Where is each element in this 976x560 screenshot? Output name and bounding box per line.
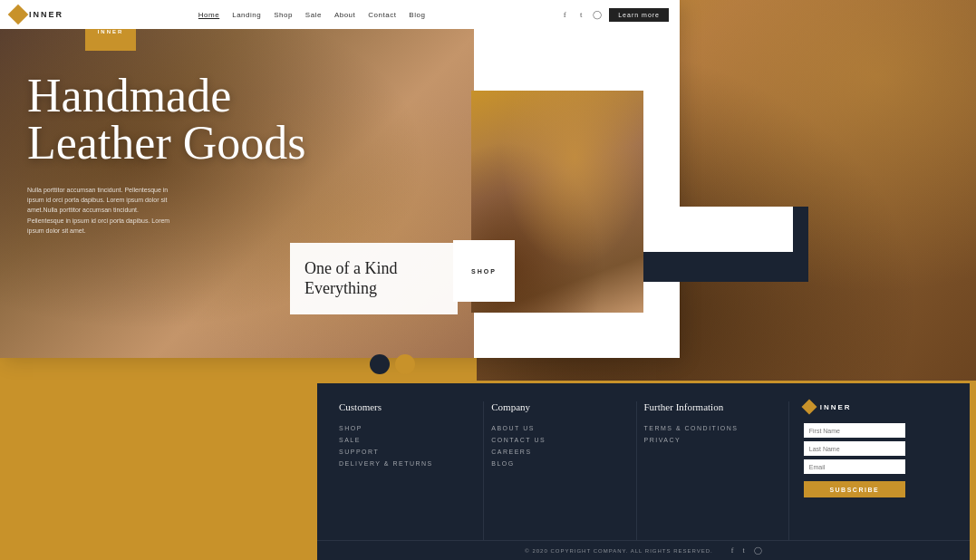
- email-input[interactable]: [804, 459, 905, 474]
- footer-customers-title: Customers: [339, 401, 469, 412]
- footer-further-title: Further Information: [644, 401, 774, 412]
- footer-link-terms[interactable]: Terms & Conditions: [644, 425, 774, 431]
- scroll-circles: [370, 354, 415, 374]
- footer-twitter-icon[interactable]: t: [742, 546, 744, 555]
- footer-brand-diamond-icon: [801, 400, 817, 415]
- footer-link-support[interactable]: Support: [339, 449, 469, 455]
- footer-link-about[interactable]: About Us: [491, 425, 621, 431]
- nav-link-blog[interactable]: Blog: [409, 11, 425, 19]
- footer-link-blog[interactable]: Blog: [491, 460, 621, 467]
- navbar-socials: f t ◯ Learn more: [560, 8, 669, 22]
- nav-link-sale[interactable]: Sale: [305, 11, 322, 19]
- footer-col-customers: Customers Shop Sale Support Delivery & R…: [339, 401, 484, 560]
- firstname-input[interactable]: [804, 423, 905, 438]
- navbar-logo: INNER: [11, 7, 63, 22]
- footer: Customers Shop Sale Support Delivery & R…: [317, 383, 970, 560]
- outer-wrapper: INNER Home Landing Shop Sale About Conta…: [0, 0, 976, 560]
- nav-link-home[interactable]: Home: [198, 11, 219, 19]
- subscribe-button[interactable]: SUBSCRIBE: [804, 481, 905, 497]
- footer-facebook-icon[interactable]: f: [731, 546, 734, 555]
- nav-link-about[interactable]: About: [334, 11, 355, 19]
- orange-logo-text: INNER: [98, 29, 124, 34]
- instagram-icon[interactable]: ◯: [593, 10, 602, 19]
- footer-link-delivery[interactable]: Delivery & Returns: [339, 460, 469, 467]
- main-card: INNER Home Landing Shop Sale About Conta…: [0, 0, 680, 358]
- kind-box: One of a Kind Everything: [290, 243, 458, 314]
- footer-company-title: Company: [491, 401, 621, 412]
- footer-col-company: Company About Us Contact Us Careers Blog: [484, 401, 636, 560]
- footer-bottom-bar: © 2020 COPYRIGHT COMPANY. ALL RIGHTS RES…: [317, 540, 970, 560]
- nav-links: Home Landing Shop Sale About Contact Blo…: [198, 11, 426, 19]
- footer-instagram-icon[interactable]: ◯: [754, 546, 762, 555]
- learn-more-button[interactable]: Learn more: [609, 8, 669, 22]
- footer-link-contact[interactable]: Contact Us: [491, 437, 621, 443]
- scroll-circle-left[interactable]: [370, 354, 390, 374]
- facebook-icon[interactable]: f: [560, 10, 569, 19]
- footer-link-privacy[interactable]: Privacy: [644, 437, 774, 443]
- footer-col-further: Further Information Terms & Conditions P…: [637, 401, 789, 560]
- footer-link-shop[interactable]: Shop: [339, 425, 469, 431]
- footer-bottom-socials: f t ◯: [731, 546, 762, 555]
- copyright-text: © 2020 COPYRIGHT COMPANY. ALL RIGHTS RES…: [525, 548, 712, 554]
- footer-brand-text: INNER: [820, 403, 852, 411]
- shop-button-box: SHOP: [453, 240, 515, 302]
- hero-title-line1: Handmade: [27, 70, 231, 121]
- white-card-right: [643, 207, 793, 252]
- footer-link-careers[interactable]: Careers: [491, 449, 621, 455]
- hero-body-text: Nulla porttitor accumsan tincidunt. Pell…: [27, 185, 172, 236]
- hero-title: Handmade Leather Goods: [27, 72, 306, 167]
- logo-diamond-icon: [8, 5, 29, 25]
- twitter-icon[interactable]: t: [576, 10, 585, 19]
- hero-text: Handmade Leather Goods Nulla porttitor a…: [27, 72, 306, 236]
- navbar: INNER Home Landing Shop Sale About Conta…: [0, 0, 680, 29]
- nav-link-shop[interactable]: Shop: [274, 11, 293, 19]
- nav-link-landing[interactable]: Landing: [232, 11, 261, 19]
- shop-button[interactable]: SHOP: [471, 268, 497, 275]
- kind-title-text: One of a Kind Everything: [304, 259, 443, 298]
- footer-inner: Customers Shop Sale Support Delivery & R…: [317, 383, 970, 560]
- navbar-brand-text: INNER: [29, 10, 63, 19]
- footer-link-sale[interactable]: Sale: [339, 437, 469, 443]
- nav-link-contact[interactable]: Contact: [368, 11, 396, 19]
- footer-brand: INNER: [804, 401, 933, 412]
- hero-title-line2: Leather Goods: [27, 117, 306, 169]
- lastname-input[interactable]: [804, 441, 905, 456]
- scroll-circle-right[interactable]: [395, 354, 415, 374]
- footer-newsletter: INNER SUBSCRIBE: [789, 401, 948, 560]
